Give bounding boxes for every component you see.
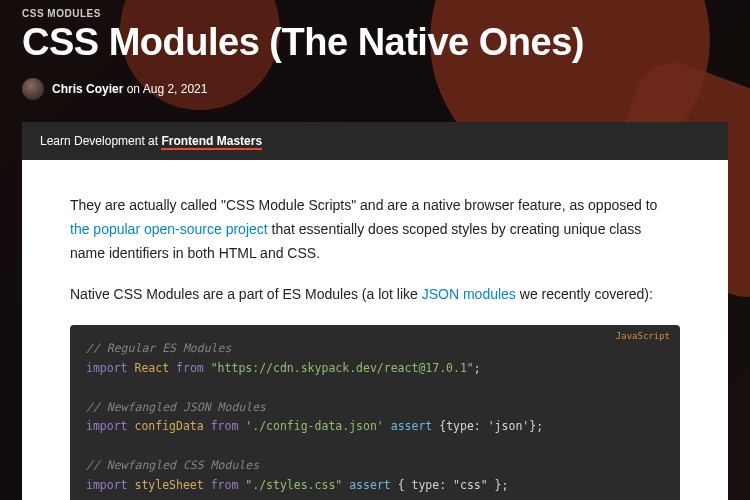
category-label[interactable]: CSS MODULES	[22, 8, 728, 19]
p2-text-a: Native CSS Modules are a part of ES Modu…	[70, 286, 422, 302]
publish-date: Aug 2, 2021	[143, 82, 208, 96]
date-prefix: on	[123, 82, 142, 96]
code-kw: import	[86, 361, 128, 375]
p2-link[interactable]: JSON modules	[422, 286, 516, 302]
paragraph-1: They are actually called "CSS Module Scr…	[70, 194, 680, 265]
code-from: from	[211, 419, 239, 433]
p2-text-b: we recently covered):	[516, 286, 653, 302]
code-obj: {type: 'json'}	[439, 419, 536, 433]
code-str: "./styles.css"	[245, 478, 342, 492]
code-var: styleSheet	[134, 478, 203, 492]
code-comment-3: // Newfangled CSS Modules	[86, 458, 259, 472]
code-end: ;	[474, 361, 481, 375]
avatar[interactable]	[22, 78, 44, 100]
code-language-label: JavaScript	[616, 329, 670, 344]
promo-bar: Learn Development at Frontend Masters	[22, 122, 728, 160]
code-assert: assert	[391, 419, 433, 433]
code-var: configData	[134, 419, 203, 433]
code-end: ;	[536, 419, 543, 433]
code-var: React	[134, 361, 169, 375]
code-kw: import	[86, 419, 128, 433]
p1-text-a: They are actually called "CSS Module Scr…	[70, 197, 657, 213]
code-comment-1: // Regular ES Modules	[86, 341, 231, 355]
promo-prefix: Learn Development at	[40, 134, 161, 148]
code-block: JavaScript // Regular ES Modules import …	[70, 325, 680, 500]
code-assert: assert	[349, 478, 391, 492]
author-name[interactable]: Chris Coyier	[52, 82, 123, 96]
code-str: './config-data.json'	[245, 419, 383, 433]
promo-link[interactable]: Frontend Masters	[161, 134, 262, 150]
code-obj: { type: "css" }	[398, 478, 502, 492]
paragraph-2: Native CSS Modules are a part of ES Modu…	[70, 283, 680, 307]
code-comment-2: // Newfangled JSON Modules	[86, 400, 266, 414]
article-title: CSS Modules (The Native Ones)	[22, 21, 728, 64]
byline: Chris Coyier on Aug 2, 2021	[22, 78, 728, 100]
p1-link[interactable]: the popular open-source project	[70, 221, 268, 237]
code-from: from	[211, 478, 239, 492]
article-body: They are actually called "CSS Module Scr…	[22, 160, 728, 500]
code-str: "https://cdn.skypack.dev/react@17.0.1"	[211, 361, 474, 375]
code-from: from	[176, 361, 204, 375]
code-kw: import	[86, 478, 128, 492]
code-end: ;	[502, 478, 509, 492]
